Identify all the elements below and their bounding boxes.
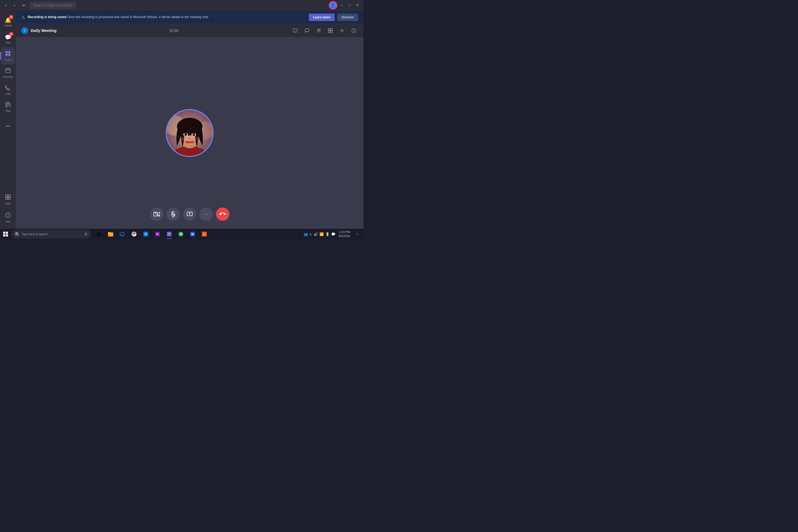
taskbar-search[interactable]: Type here to search [11, 230, 91, 239]
svg-rect-29 [328, 31, 330, 33]
learn-more-button[interactable]: Learn more [309, 14, 335, 21]
meeting-container: S Daily Meeting 15:56 [16, 11, 363, 229]
svg-rect-1 [8, 51, 11, 53]
taskbar-teams[interactable]: T [163, 229, 175, 240]
settings-button[interactable] [338, 26, 346, 35]
taskbar-outlook[interactable]: O [140, 229, 152, 240]
end-call-button[interactable] [216, 208, 229, 221]
minimize-button[interactable]: ─ [338, 2, 345, 9]
svg-text:?: ? [7, 214, 9, 217]
banner-bold-text: Recording is being saved [28, 15, 66, 19]
apps-icon [5, 194, 11, 201]
taskbar-music[interactable]: ♪ [198, 229, 210, 240]
meeting-title: Daily Meeting [31, 28, 57, 33]
notification-icon[interactable]: 💬 [331, 232, 336, 236]
spotify-icon [178, 231, 184, 237]
svg-rect-2 [5, 54, 8, 56]
compose-button[interactable]: ✏ [20, 2, 28, 9]
sidebar-item-meetings[interactable]: Meetings [1, 64, 15, 81]
word-icon: W [190, 231, 195, 237]
file-explorer-icon [108, 231, 114, 237]
chat-badge: 3 [9, 32, 13, 36]
meeting-title-group: S Daily Meeting [21, 27, 57, 34]
calls-icon [5, 84, 11, 92]
share-screen-call-button[interactable] [183, 208, 196, 221]
start-button[interactable] [0, 229, 11, 240]
svg-point-50 [193, 134, 194, 134]
maximize-button[interactable]: □ [346, 2, 353, 9]
sidebar-label-meetings: Meetings [3, 76, 13, 78]
sidebar-bottom: Apps ? Help [1, 191, 15, 229]
onenote-icon: N [155, 231, 160, 237]
sidebar-label-teams: Teams [4, 58, 12, 61]
sidebar-item-more[interactable]: ••• [1, 118, 15, 135]
svg-point-34 [354, 29, 354, 30]
sidebar-item-files[interactable]: Files [1, 98, 15, 115]
taskbar-word[interactable]: W [187, 229, 198, 240]
sidebar-item-activity[interactable]: 🔔 Activity 8 [1, 13, 15, 30]
svg-rect-65 [3, 234, 5, 236]
taskbar-chrome[interactable] [128, 229, 140, 240]
network-people-icon[interactable]: 👥 [304, 232, 308, 236]
sidebar-label-apps: Apps [5, 202, 11, 205]
svg-point-54 [194, 136, 200, 140]
svg-point-25 [317, 29, 319, 31]
more-options-button[interactable]: ··· [200, 208, 213, 221]
user-avatar[interactable] [329, 1, 337, 10]
info-button[interactable] [349, 26, 358, 35]
layout-button[interactable] [326, 26, 335, 35]
sidebar-item-calls[interactable]: Calls [1, 81, 15, 98]
svg-text:N: N [156, 232, 158, 236]
svg-text:S: S [24, 29, 26, 32]
video-button[interactable] [150, 208, 163, 221]
forward-button[interactable]: › [11, 2, 18, 9]
sidebar-item-chat[interactable]: 💬 Chat 3 [1, 30, 15, 48]
taskbar-spotify[interactable] [175, 229, 187, 240]
sidebar-item-teams[interactable]: Teams [1, 48, 15, 64]
title-bar-right: ─ □ ✕ [329, 1, 363, 10]
volume-icon[interactable]: 🔊 [314, 232, 318, 236]
svg-line-60 [171, 212, 175, 216]
participant-avatar [166, 109, 214, 157]
svg-rect-0 [5, 51, 8, 53]
back-button[interactable]: ‹ [2, 2, 10, 9]
sidebar-label-help: Help [5, 220, 11, 223]
taskbar-notifications[interactable]: □ [353, 230, 361, 238]
sidebar-label-files: Files [5, 110, 11, 112]
network-icon[interactable]: 📶 [320, 232, 324, 236]
svg-rect-27 [328, 28, 330, 30]
taskbar-edge[interactable] [116, 229, 128, 240]
svg-rect-15 [5, 197, 8, 200]
svg-point-26 [319, 29, 321, 30]
svg-rect-30 [331, 31, 332, 33]
svg-rect-66 [6, 234, 8, 236]
taskbar-task-view[interactable]: ⧉ [93, 229, 105, 240]
sidebar-item-help[interactable]: ? Help [1, 209, 15, 226]
close-button[interactable]: ✕ [354, 2, 361, 9]
taskbar-file-explorer[interactable] [105, 229, 116, 240]
search-circle [14, 231, 20, 237]
participants-button[interactable] [315, 26, 323, 35]
sidebar-item-apps[interactable]: Apps [1, 191, 15, 208]
ellipsis-icon: ··· [203, 212, 209, 216]
title-bar-left: ‹ › ✏ [0, 2, 76, 9]
battery-icon[interactable]: 🔋 [325, 232, 329, 236]
mute-button[interactable] [167, 208, 180, 221]
meeting-header: S Daily Meeting 15:56 [16, 24, 363, 37]
chat-panel-button[interactable] [303, 26, 311, 35]
help-icon: ? [5, 212, 11, 220]
expand-tray-icon[interactable]: ∧ [309, 232, 312, 236]
taskbar-clock[interactable]: 2:24 PM 5/6/2019 [337, 230, 352, 238]
taskbar-onenote[interactable]: N [152, 229, 163, 240]
more-icon: ••• [5, 124, 11, 128]
svg-rect-64 [6, 232, 8, 234]
warning-icon: ⚠ [21, 15, 25, 20]
svg-text:♪: ♪ [204, 232, 205, 236]
dismiss-button[interactable]: Dismiss [337, 14, 358, 21]
teams-taskbar-icon: T [166, 231, 172, 237]
share-screen-button[interactable] [291, 26, 300, 35]
search-input[interactable] [30, 2, 76, 9]
svg-point-53 [179, 136, 186, 140]
svg-rect-21 [293, 29, 298, 32]
sidebar-label-calls: Calls [5, 93, 11, 95]
